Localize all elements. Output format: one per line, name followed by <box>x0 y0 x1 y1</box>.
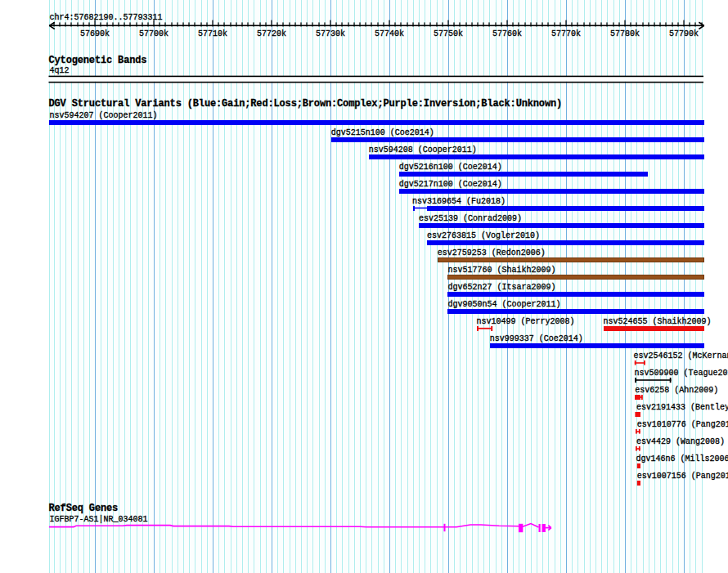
svg-text:57710k: 57710k <box>198 29 227 38</box>
svg-text:esv25139 (Conrad2009): esv25139 (Conrad2009) <box>419 214 522 223</box>
svg-text:nsv509900 (Teague2010): nsv509900 (Teague2010) <box>635 369 728 378</box>
svg-text:nsv594207 (Cooper2011): nsv594207 (Cooper2011) <box>50 111 158 120</box>
svg-text:57770k: 57770k <box>551 29 581 38</box>
svg-text:dgv652n27 (Itsara2009): dgv652n27 (Itsara2009) <box>447 283 555 292</box>
svg-text:nsv594208 (Cooper2011): nsv594208 (Cooper2011) <box>369 145 477 154</box>
svg-text:dgv9050n54 (Cooper2011): dgv9050n54 (Cooper2011) <box>447 300 560 309</box>
svg-text:57720k: 57720k <box>257 29 286 38</box>
svg-text:esv2763815 (Vogler2010): esv2763815 (Vogler2010) <box>427 231 540 240</box>
svg-text:nsv999337 (Coe2014): nsv999337 (Coe2014) <box>490 334 583 343</box>
svg-text:IGFBP7-AS1|NR_034081: IGFBP7-AS1|NR_034081 <box>50 515 148 524</box>
svg-text:57700k: 57700k <box>139 29 169 38</box>
svg-text:57760k: 57760k <box>492 29 522 38</box>
svg-text:esv2546152 (McKernan2009): esv2546152 (McKernan2009) <box>634 351 728 360</box>
svg-text:57730k: 57730k <box>316 29 345 38</box>
svg-text:dgv5216n100 (Coe2014): dgv5216n100 (Coe2014) <box>399 163 502 172</box>
svg-text:57780k: 57780k <box>610 29 640 38</box>
svg-text:esv6258 (Ahn2009): esv6258 (Ahn2009) <box>635 386 718 395</box>
svg-text:DGV Structural Variants (Blue:: DGV Structural Variants (Blue:Gain;Red:L… <box>49 98 563 110</box>
svg-text:esv1010776 (Pang2010): esv1010776 (Pang2010) <box>637 420 728 429</box>
svg-text:chr4:57682190..57793311: chr4:57682190..57793311 <box>50 13 163 22</box>
svg-text:esv2191433 (Bentley2008): esv2191433 (Bentley2008) <box>636 403 728 412</box>
svg-text:nsv524655 (Shaikh2009): nsv524655 (Shaikh2009) <box>604 317 712 326</box>
svg-text:dgv5217n100 (Coe2014): dgv5217n100 (Coe2014) <box>399 180 502 189</box>
svg-text:esv1007156 (Pang2010): esv1007156 (Pang2010) <box>637 472 728 481</box>
svg-text:nsv10499 (Perry2008): nsv10499 (Perry2008) <box>477 317 575 326</box>
svg-text:57750k: 57750k <box>434 29 463 38</box>
svg-text:4q12: 4q12 <box>50 66 70 75</box>
svg-text:nsv3169654 (Fu2018): nsv3169654 (Fu2018) <box>412 197 506 206</box>
svg-text:57740k: 57740k <box>375 29 404 38</box>
svg-text:Cytogenetic Bands: Cytogenetic Bands <box>49 55 147 66</box>
svg-text:esv2759253 (Redon2006): esv2759253 (Redon2006) <box>438 248 546 257</box>
svg-text:dgv5215n100 (Coe2014): dgv5215n100 (Coe2014) <box>331 128 434 137</box>
svg-text:esv4429 (Wang2008): esv4429 (Wang2008) <box>636 437 725 446</box>
svg-text:57790k: 57790k <box>669 29 699 38</box>
svg-text:nsv517760 (Shaikh2009): nsv517760 (Shaikh2009) <box>447 266 555 275</box>
svg-text:57690k: 57690k <box>80 29 110 38</box>
svg-text:RefSeq Genes: RefSeq Genes <box>49 503 119 514</box>
svg-text:dgv146n6 (Mills2006): dgv146n6 (Mills2006) <box>636 454 728 463</box>
